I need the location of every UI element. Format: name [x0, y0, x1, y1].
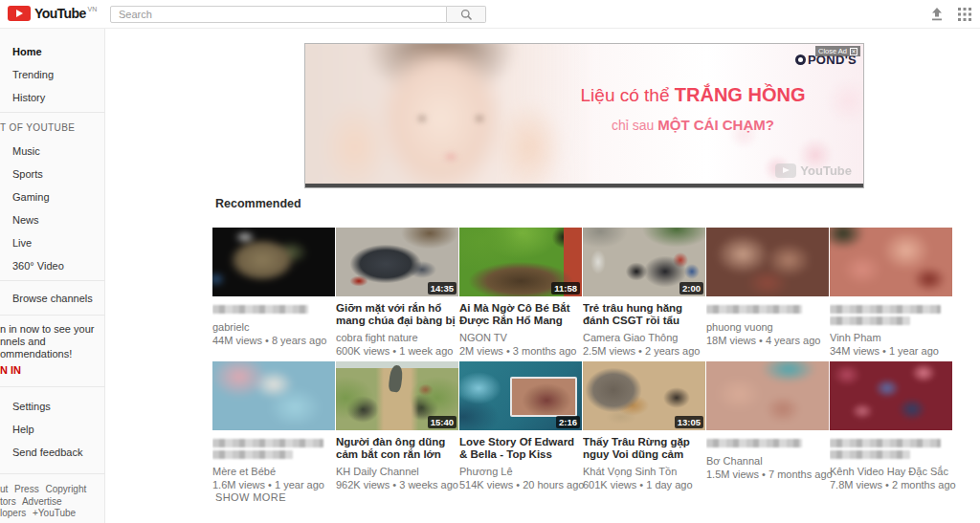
video-thumbnail[interactable] — [706, 228, 829, 296]
search-input[interactable] — [110, 6, 447, 23]
video-card[interactable]: Mère et Bébé 1.6M views • 1 year ago — [212, 361, 336, 490]
sidebar-item-news[interactable]: News — [0, 208, 105, 231]
sidebar-item-music[interactable]: Music — [0, 140, 105, 163]
video-card[interactable]: 14:35 Giỡn mặt với rắn hổ mang chúa đại … — [336, 228, 459, 357]
video-title[interactable]: Trẻ trâu hung hăng đánh CSGT rồi tẩu tho… — [583, 302, 703, 327]
close-ad-button[interactable]: Close Ad ✕ — [815, 46, 860, 56]
apps-grid-icon[interactable] — [958, 8, 971, 21]
video-grid-row: gabrielc 44M views • 8 years ago 14:35 G… — [212, 228, 953, 357]
video-card[interactable]: Bơ Channal 1.5M views • 7 months ago — [706, 361, 830, 490]
video-meta: 2M views • 3 months ago — [459, 345, 583, 357]
video-thumbnail[interactable]: 11:58 — [459, 228, 582, 296]
video-channel-name[interactable]: Khát Vọng Sinh Tồn — [583, 466, 703, 477]
sidebar-item-home[interactable]: Home — [0, 40, 105, 63]
video-meta: 34M views • 1 year ago — [830, 345, 953, 357]
video-thumbnail[interactable] — [830, 228, 952, 296]
video-title-blurred[interactable] — [830, 302, 950, 327]
video-card[interactable]: Kênh Video Hay Đặc Sắc 7.8M views • 2 mo… — [830, 361, 953, 490]
blurred-text-line — [706, 439, 802, 447]
video-channel-name[interactable]: phuong vuong — [706, 321, 827, 333]
video-channel-name[interactable]: KH Daily Channel — [336, 466, 457, 477]
thumbnail-image — [706, 228, 829, 296]
sidebar-item-browse-channels[interactable]: Browse channels — [0, 287, 105, 310]
video-card[interactable]: 15:40 Người đàn ông dũng cảm bắt con rắn… — [336, 361, 459, 490]
video-channel-name[interactable]: Vinh Pham — [830, 332, 950, 343]
recommended-section-title: Recommended — [215, 197, 301, 210]
ad-headline-bold: TRẮNG HỒNG — [675, 84, 806, 105]
video-title[interactable]: Giỡn mặt với rắn hổ mang chúa đại bàng b… — [336, 302, 457, 327]
ad-copy: Liệu có thể TRẮNG HỒNG chỉ sau MỘT CÁI C… — [545, 84, 841, 133]
sign-in-link[interactable]: N IN — [0, 364, 21, 376]
video-thumbnail[interactable] — [212, 361, 335, 430]
video-title-blurred[interactable] — [212, 436, 333, 461]
video-title[interactable]: Ai Mà Ngờ Cô Bé Bắt Được Rắn Hổ Mang Chú… — [459, 302, 580, 327]
video-thumbnail[interactable]: 15:40 — [336, 361, 458, 430]
video-channel-name[interactable]: Bơ Channal — [706, 455, 827, 467]
video-channel-name[interactable]: cobra fight nature — [336, 332, 457, 343]
video-thumbnail[interactable]: 2:00 — [583, 228, 705, 296]
video-title-blurred[interactable] — [830, 436, 950, 461]
close-ad-label: Close Ad — [818, 47, 847, 55]
blurred-text-line — [706, 305, 802, 314]
display-ad-banner[interactable]: Liệu có thể TRẮNG HỒNG chỉ sau MỘT CÁI C… — [304, 43, 864, 188]
video-meta: 7.8M views • 2 months ago — [830, 479, 953, 490]
ad-player-bar — [305, 184, 863, 187]
signin-promo-line: n in now to see your — [0, 323, 105, 336]
video-title-blurred[interactable] — [706, 436, 827, 450]
search-button[interactable] — [447, 6, 486, 23]
video-channel-name[interactable]: gabrielc — [212, 321, 333, 333]
footer-links-line[interactable]: tors Advertise — [0, 496, 105, 509]
video-title-blurred[interactable] — [706, 302, 827, 316]
video-thumbnail[interactable] — [212, 228, 335, 296]
video-meta: 962K views • 3 weeks ago — [336, 479, 459, 490]
video-thumbnail[interactable] — [706, 361, 829, 430]
guide-categories-section: MusicSportsGamingNewsLive360° Video — [0, 140, 105, 277]
sidebar-item-360-video[interactable]: 360° Video — [0, 254, 105, 277]
sidebar-item-help[interactable]: Help — [0, 418, 105, 441]
divider — [0, 112, 105, 113]
video-thumbnail[interactable] — [830, 361, 952, 430]
video-thumbnail[interactable]: 2:16 — [459, 361, 582, 430]
footer-links-line[interactable]: ut Press Copyright — [0, 484, 105, 496]
sidebar-item-history[interactable]: History — [0, 86, 105, 109]
thumbnail-image — [830, 228, 952, 296]
video-card[interactable]: 2:16 Love Story Of Edward & Bella - Top … — [459, 361, 583, 490]
video-card[interactable]: 2:00 Trẻ trâu hung hăng đánh CSGT rồi tẩ… — [583, 228, 706, 357]
video-thumbnail[interactable]: 14:35 — [336, 228, 458, 296]
footer-links-line[interactable]: lopers +YouTube — [0, 508, 105, 520]
video-duration-badge: 13:05 — [675, 416, 703, 428]
sidebar-item-send-feedback[interactable]: Send feedback — [0, 441, 105, 464]
divider — [0, 386, 105, 387]
video-meta: 514K views • 20 hours ago — [459, 479, 583, 490]
video-card[interactable]: 11:58 Ai Mà Ngờ Cô Bé Bắt Được Rắn Hổ Ma… — [459, 228, 583, 357]
video-card[interactable]: 13:05 Thấy Trâu Rừng gặp nguy Voi dũng c… — [583, 361, 706, 490]
video-channel-name[interactable]: NGON TV — [459, 332, 580, 343]
video-title[interactable]: Thấy Trâu Rừng gặp nguy Voi dũng cảm đán… — [583, 436, 703, 461]
youtube-watermark-text: YouTube — [800, 163, 852, 178]
video-title-blurred[interactable] — [212, 302, 333, 316]
show-more-button[interactable]: SHOW MORE — [215, 491, 286, 503]
video-thumbnail[interactable]: 13:05 — [583, 361, 705, 430]
sidebar-item-settings[interactable]: Settings — [0, 395, 105, 418]
sidebar-item-sports[interactable]: Sports — [0, 163, 105, 185]
video-channel-name[interactable]: Phương Lê — [459, 466, 580, 477]
guide-footer-links: ut Press Copyrighttors Advertiselopers +… — [0, 484, 105, 520]
video-title[interactable]: Love Story Of Edward & Bella - Top Kiss … — [459, 436, 580, 461]
upload-icon[interactable] — [929, 8, 945, 21]
video-channel-name[interactable]: Kênh Video Hay Đặc Sắc — [830, 466, 950, 477]
video-card[interactable]: Vinh Pham 34M views • 1 year ago — [830, 228, 953, 357]
youtube-logo[interactable]: YouTube VN — [8, 6, 97, 21]
video-card[interactable]: phuong vuong 18M views • 4 years ago — [706, 228, 830, 357]
video-duration-badge: 14:35 — [428, 282, 457, 294]
country-code-badge: VN — [88, 6, 98, 12]
blurred-text-line — [830, 305, 941, 314]
blurred-text-line — [830, 316, 910, 325]
video-card[interactable]: gabrielc 44M views • 8 years ago — [212, 228, 336, 357]
sidebar-item-trending[interactable]: Trending — [0, 63, 105, 86]
video-meta: 1.5M views • 7 months ago — [706, 469, 830, 480]
sidebar-item-live[interactable]: Live — [0, 231, 105, 254]
video-title[interactable]: Người đàn ông dũng cảm bắt con rắn lớn d… — [336, 436, 457, 461]
video-channel-name[interactable]: Camera Giao Thông — [583, 332, 703, 343]
video-channel-name[interactable]: Mère et Bébé — [212, 466, 333, 477]
sidebar-item-gaming[interactable]: Gaming — [0, 185, 105, 208]
